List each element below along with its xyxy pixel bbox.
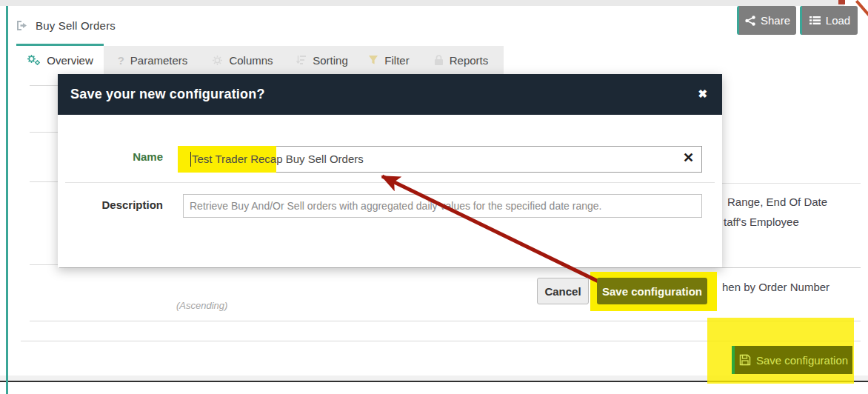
bg-row-line [30, 181, 58, 182]
modal-title: Save your new configuration? [58, 87, 265, 102]
modal-field-separator [65, 182, 715, 183]
question-icon: ? [118, 54, 124, 67]
bg-text-order-number: hen by Order Number [722, 281, 829, 293]
load-button-label: Load [826, 14, 850, 27]
bg-text-employee: taff's Employee [724, 216, 799, 228]
app-window: Buy Sell Orders Share Load Overview ? Pa… [0, 0, 868, 394]
bg-text-date-range: Range, End Of Date [727, 196, 827, 208]
text-caret [190, 152, 191, 167]
tab-parameters-label: Parameters [130, 54, 188, 67]
tab-columns[interactable]: Columns [200, 46, 285, 74]
bg-row-line [59, 267, 861, 268]
gears-icon [27, 54, 41, 66]
sort-icon [296, 55, 307, 65]
left-accent-border [6, 6, 8, 394]
name-value-rest: Buy Sell Orders [283, 153, 364, 165]
tab-filter[interactable]: Filter [359, 46, 418, 74]
bg-text-ascending: (Ascending) [176, 300, 227, 311]
tab-parameters[interactable]: ? Parameters [105, 46, 200, 74]
top-edge-artifact [838, 0, 845, 4]
share-button[interactable]: Share [737, 6, 796, 35]
description-field-label: Description [74, 198, 163, 211]
tab-overview-label: Overview [47, 54, 93, 67]
share-button-label: Share [761, 14, 790, 27]
close-icon[interactable]: ✖ [698, 84, 707, 104]
load-button[interactable]: Load [800, 6, 858, 35]
tab-overview[interactable]: Overview [16, 44, 104, 74]
tab-sorting-label: Sorting [313, 54, 348, 67]
bg-row-line [722, 183, 861, 184]
name-value-highlighted: Test Trader Recap [192, 153, 283, 165]
lock-icon [434, 55, 444, 66]
bg-row-line [30, 132, 58, 133]
tab-sorting[interactable]: Sorting [285, 46, 359, 74]
bg-row-line [30, 264, 59, 265]
clear-input-icon[interactable]: ✕ [683, 150, 694, 166]
modal-body: Name Test Trader Recap Buy Sell Orders ✕… [58, 115, 722, 267]
modal-save-configuration-button[interactable]: Save configuration [597, 278, 707, 304]
list-icon [809, 16, 821, 25]
top-edge-strip [0, 0, 844, 6]
page-title: Buy Sell Orders [36, 19, 116, 32]
name-input[interactable]: Test Trader Recap Buy Sell Orders ✕ [183, 146, 702, 173]
page-header: Buy Sell Orders [16, 16, 116, 34]
cancel-button[interactable]: Cancel [537, 278, 589, 304]
funnel-icon [368, 55, 378, 65]
name-input-value: Test Trader Recap Buy Sell Orders [192, 153, 364, 165]
floppy-disk-icon [739, 354, 751, 366]
page-save-configuration-button[interactable]: Save configuration [732, 346, 852, 374]
tab-columns-label: Columns [229, 54, 273, 67]
description-input[interactable] [183, 194, 702, 218]
tab-filter-label: Filter [384, 54, 409, 67]
name-field-label: Name [74, 150, 163, 163]
sign-out-icon [16, 20, 28, 31]
bg-row-line [30, 85, 58, 86]
gear-icon [212, 55, 223, 66]
page-save-configuration-label: Save configuration [756, 354, 848, 367]
share-icon [745, 16, 755, 26]
modal-header: Save your new configuration? ✖ [58, 74, 722, 115]
tab-reports[interactable]: Reports [418, 46, 504, 74]
tab-reports-label: Reports [450, 54, 489, 67]
